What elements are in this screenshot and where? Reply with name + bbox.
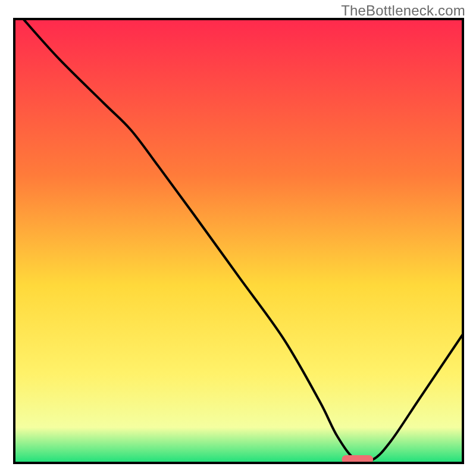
chart-stage: TheBottleneck.com [0,0,476,476]
heat-background [14,19,463,463]
chart-svg [0,0,476,476]
watermark-text: TheBottleneck.com [341,2,465,19]
